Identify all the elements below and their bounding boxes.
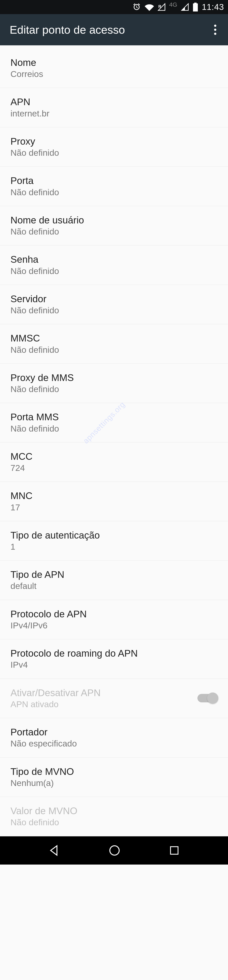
apn-field-value: Não definido [11, 266, 217, 276]
apn-field-label: Proxy de MMS [11, 372, 217, 383]
svg-rect-0 [194, 6, 197, 11]
apn-field-row[interactable]: Porta MMSNão definido [0, 403, 228, 442]
apn-field-value: Nenhum(a) [11, 778, 217, 788]
battery-icon [193, 3, 198, 11]
svg-rect-2 [171, 846, 178, 854]
apn-field-value: Não definido [11, 384, 217, 394]
apn-field-label: Nome de usuário [11, 215, 217, 226]
signal-roaming-icon: R [158, 3, 166, 11]
apn-field-value: Correios [11, 69, 217, 79]
clock: 11:43 [202, 2, 224, 12]
apn-enable-toggle [198, 694, 217, 702]
apn-field-label: Porta MMS [11, 411, 217, 423]
wifi-icon [145, 3, 154, 11]
apn-field-label: Protocolo de roaming do APN [11, 648, 217, 659]
nav-home-button[interactable] [108, 844, 121, 857]
apn-field-label: MCC [11, 451, 217, 462]
apn-field-value: Não definido [11, 227, 217, 236]
apn-field-row[interactable]: MNC17 [0, 482, 228, 521]
page-title: Editar ponto de acesso [10, 23, 212, 36]
apn-field-label: Servidor [11, 293, 217, 304]
apn-field-label: MMSC [11, 332, 217, 344]
apn-field-value: Não especificado [11, 739, 217, 748]
apn-field-value: default [11, 581, 217, 591]
apn-field-row[interactable]: Nome de usuárioNão definido [0, 206, 228, 245]
apn-field-row[interactable]: ProxyNão definido [0, 127, 228, 167]
apn-field-row[interactable]: Tipo de APNdefault [0, 560, 228, 600]
apn-field-label: APN [11, 96, 217, 107]
svg-point-1 [110, 846, 119, 855]
apn-field-label: Proxy [11, 136, 217, 147]
apn-field-row[interactable]: MCC724 [0, 442, 228, 482]
apn-field-value: Não definido [11, 305, 217, 315]
status-bar: R 4G 11:43 [0, 0, 228, 14]
apn-field-row[interactable]: ServidorNão definido [0, 285, 228, 324]
apn-field-row[interactable]: Tipo de autenticação1 [0, 521, 228, 560]
alarm-icon [132, 3, 141, 11]
apn-field-label: Porta [11, 175, 217, 186]
settings-list: NomeCorreiosAPNinternet.brProxyNão defin… [0, 45, 228, 836]
apn-field-row[interactable]: NomeCorreios [0, 45, 228, 88]
apn-field-row[interactable]: PortaNão definido [0, 167, 228, 206]
network-type-label: 4G [169, 1, 177, 8]
nav-back-button[interactable] [48, 844, 60, 857]
apn-field-label: Protocolo de APN [11, 608, 217, 620]
nav-recent-button[interactable] [169, 845, 180, 856]
apn-field-label: Valor de MVNO [11, 805, 217, 816]
app-bar: Editar ponto de acesso [0, 14, 228, 45]
apn-field-value: Não definido [11, 345, 217, 355]
apn-field-value: IPv4/IPv6 [11, 621, 217, 630]
apn-field-label: Tipo de MVNO [11, 766, 217, 777]
apn-field-row[interactable]: Protocolo de APNIPv4/IPv6 [0, 600, 228, 639]
apn-field-label: Tipo de APN [11, 569, 217, 580]
apn-field-value: 724 [11, 463, 217, 473]
apn-field-label: Portador [11, 727, 217, 738]
apn-field-label: Ativar/Desativar APN [11, 687, 198, 698]
apn-field-label: Tipo de autenticação [11, 530, 217, 541]
apn-field-value: Não definido [11, 818, 217, 827]
apn-field-label: Nome [11, 57, 217, 68]
apn-field-value: internet.br [11, 109, 217, 118]
apn-field-label: MNC [11, 490, 217, 501]
navigation-bar [0, 836, 228, 865]
apn-field-row[interactable]: MMSCNão definido [0, 324, 228, 363]
apn-field-value: APN ativado [11, 700, 198, 709]
apn-field-row: Ativar/Desativar APNAPN ativado [0, 679, 228, 718]
apn-field-row[interactable]: APNinternet.br [0, 88, 228, 127]
apn-field-row[interactable]: Proxy de MMSNão definido [0, 364, 228, 403]
apn-field-value: Não definido [11, 148, 217, 158]
overflow-menu-button[interactable] [212, 22, 218, 37]
apn-field-row[interactable]: SenhaNão definido [0, 245, 228, 285]
apn-field-row: Valor de MVNONão definido [0, 797, 228, 836]
signal-icon [181, 3, 189, 11]
apn-field-value: Não definido [11, 424, 217, 433]
apn-field-value: Não definido [11, 188, 217, 197]
apn-field-row[interactable]: Protocolo de roaming do APNIPv4 [0, 639, 228, 679]
apn-field-row[interactable]: PortadorNão especificado [0, 718, 228, 757]
apn-field-row[interactable]: Tipo de MVNONenhum(a) [0, 757, 228, 797]
apn-field-label: Senha [11, 254, 217, 265]
apn-field-value: IPv4 [11, 660, 217, 670]
apn-field-value: 17 [11, 503, 217, 512]
apn-field-value: 1 [11, 542, 217, 552]
